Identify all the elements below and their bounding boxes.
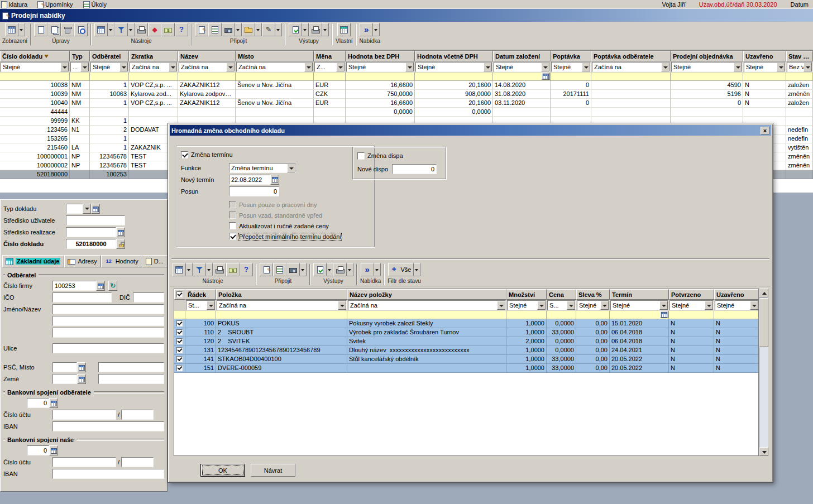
- bank-customer-list-button[interactable]: [49, 398, 58, 408]
- table-settings-dropdown-arrow[interactable]: [186, 263, 193, 276]
- main-table-search-hodnota-bez-dph[interactable]: [346, 73, 415, 81]
- custom-actions-button[interactable]: [337, 23, 351, 36]
- view-settings-dropdown-arrow[interactable]: [18, 23, 25, 36]
- bank-customer-iban-input[interactable]: [52, 421, 164, 431]
- attach-media-button[interactable]: [222, 23, 235, 36]
- funkce-select[interactable]: Změna termínu: [229, 163, 296, 173]
- main-table-column-header-číslo-dokladu[interactable]: Číslo dokladu: [0, 51, 70, 61]
- main-table-search-stav-dokladu[interactable]: [786, 73, 813, 81]
- main-table-filter-místo[interactable]: Začíná na: [236, 62, 313, 72]
- main-table-search-poptávka[interactable]: [551, 73, 591, 81]
- filter-button[interactable]: [114, 23, 128, 36]
- dropdown-arrow[interactable]: [497, 301, 505, 310]
- offer-actions-dropdown-arrow[interactable]: [374, 263, 381, 276]
- main-table-search-uzavřeno[interactable]: [743, 73, 786, 81]
- main-table-row[interactable]: 10040NM1VOP CZ,s.p. ...ZAKAZNIK112Šenov …: [0, 99, 813, 108]
- items-table-filter-sleva-%[interactable]: Stejné: [577, 300, 609, 310]
- main-table-filter-prodejní-objednávka[interactable]: Stejné: [671, 62, 743, 72]
- row-checkbox[interactable]: [176, 365, 183, 371]
- doc-type-dropdown[interactable]: [83, 204, 91, 214]
- main-table-column-header-uzavřeno[interactable]: Uzavřeno: [743, 51, 786, 61]
- items-table-column-header-sleva-%[interactable]: Sleva %: [576, 289, 610, 300]
- print-button[interactable]: [309, 23, 322, 36]
- dropdown-arrow[interactable]: [338, 301, 346, 310]
- reports-button[interactable]: [313, 263, 327, 276]
- bank-ours-list-button[interactable]: [49, 445, 58, 455]
- new-term-calendar-button[interactable]: [270, 175, 279, 185]
- dispo-input[interactable]: 0: [392, 164, 437, 174]
- table-settings-button[interactable]: [94, 23, 108, 36]
- items-table-column-header-uzavřeno[interactable]: Uzavřeno: [714, 289, 759, 300]
- main-table-search-číslo-dokladu[interactable]: [0, 73, 70, 81]
- main-table-column-header-prodejní-objednávka[interactable]: Prodejní objednávka: [671, 51, 743, 61]
- open-record-button[interactable]: [74, 23, 88, 36]
- main-table-search-datum-založení[interactable]: [493, 73, 551, 81]
- dropdown-arrow[interactable]: [582, 63, 590, 71]
- attach-tasks-button[interactable]: [208, 23, 222, 36]
- dropdown-arrow[interactable]: [804, 63, 812, 71]
- select-all-header[interactable]: [174, 289, 185, 300]
- bank-ours-account-input[interactable]: [52, 457, 116, 467]
- reports-dropdown-arrow[interactable]: [302, 23, 309, 36]
- main-table-filter-uzavřeno[interactable]: Stejné: [744, 62, 786, 72]
- dropdown-arrow[interactable]: [336, 63, 345, 71]
- option-přepočet-minimálního-termínu-dodání[interactable]: Přepočet minimálního termínu dodání: [229, 231, 370, 242]
- items-table-column-header-řádek[interactable]: Řádek: [185, 289, 216, 300]
- menu-item-klatura[interactable]: klatura: [1, 1, 27, 8]
- dropdown-arrow[interactable]: [405, 63, 414, 71]
- term-change-checkbox-row[interactable]: Změna termínu: [181, 150, 370, 160]
- real-center-list-button[interactable]: [116, 227, 125, 237]
- items-table-column-header-množství[interactable]: Množství: [506, 289, 547, 300]
- option-checkbox[interactable]: [229, 222, 236, 229]
- attach-documents-dropdown-arrow[interactable]: [255, 23, 262, 36]
- dialog-close-button[interactable]: ×: [761, 127, 769, 135]
- main-table-row[interactable]: 10038NM1VOP CZ,s.p. ...ZAKAZNIK112Šenov …: [0, 81, 813, 90]
- main-table-filter-stav-dokladu[interactable]: Bez vyb...: [787, 62, 812, 72]
- option-posun-pouze-o-pracovní-dny[interactable]: Posun pouze o pracovní dny: [229, 199, 370, 210]
- user-center-input[interactable]: [66, 215, 125, 225]
- row-checkbox[interactable]: [176, 338, 183, 344]
- main-table-filter-hodnota-včetně-dph[interactable]: Stejné: [415, 62, 492, 72]
- items-table-column-header-název-položky[interactable]: Název položky: [347, 289, 506, 300]
- posun-input[interactable]: 0: [229, 186, 279, 196]
- calendar-filter-button[interactable]: [542, 73, 550, 80]
- option-aktualizovat-i-ručně-zadané-ceny[interactable]: Aktualizovat i ručně zadané ceny: [229, 220, 370, 231]
- dropdown-arrow[interactable]: [659, 301, 668, 310]
- items-table-filter-termín[interactable]: Stejné: [610, 300, 668, 310]
- dropdown-arrow[interactable]: [567, 301, 575, 310]
- print-table-button[interactable]: [135, 23, 148, 36]
- doc-number-input[interactable]: 520180000: [66, 239, 116, 249]
- main-table-search-měna[interactable]: [314, 73, 346, 81]
- new-record-button[interactable]: [34, 23, 47, 36]
- dropdown-arrow[interactable]: [734, 63, 742, 71]
- dispo-checkbox[interactable]: [357, 152, 365, 160]
- main-table-row[interactable]: 10039NM10063Kylarova zod...Kylarova zodp…: [0, 90, 813, 99]
- menu-item-upomínky[interactable]: Upomínky: [37, 1, 73, 8]
- main-table-search-místo[interactable]: [236, 73, 314, 81]
- status-filter-dropdown-arrow[interactable]: [414, 263, 420, 276]
- dropdown-arrow[interactable]: [226, 63, 235, 71]
- attach-signature-button[interactable]: [262, 23, 275, 36]
- copy-record-button[interactable]: [47, 23, 61, 36]
- dropdown-arrow[interactable]: [484, 63, 492, 71]
- term-change-checkbox[interactable]: [181, 151, 188, 159]
- dropdown-arrow[interactable]: [169, 63, 177, 71]
- items-table-search-položka[interactable]: [216, 311, 347, 319]
- items-table-search-cena[interactable]: [547, 311, 576, 319]
- dropdown-arrow[interactable]: [541, 63, 549, 71]
- dropdown-arrow[interactable]: [80, 63, 89, 71]
- bank-customer-account-input[interactable]: [52, 410, 116, 420]
- tab-adresy[interactable]: Adresy: [64, 255, 101, 267]
- zip-input[interactable]: [52, 362, 77, 372]
- delete-record-button[interactable]: [61, 23, 74, 36]
- main-table-search-zkratka[interactable]: [129, 73, 178, 81]
- attach-note-button[interactable]: [195, 23, 208, 36]
- print-table-button[interactable]: [213, 263, 226, 276]
- bank-ours-bankcode-input[interactable]: [121, 457, 154, 467]
- back-button[interactable]: Návrat: [251, 464, 295, 477]
- doc-type-list-button[interactable]: [91, 204, 100, 214]
- company-list-button[interactable]: [96, 281, 105, 291]
- items-table-filter-cena[interactable]: S...: [547, 300, 576, 310]
- main-table-column-header-datum-založení[interactable]: Datum založení: [493, 51, 551, 61]
- scroll-up-button[interactable]: [759, 289, 768, 297]
